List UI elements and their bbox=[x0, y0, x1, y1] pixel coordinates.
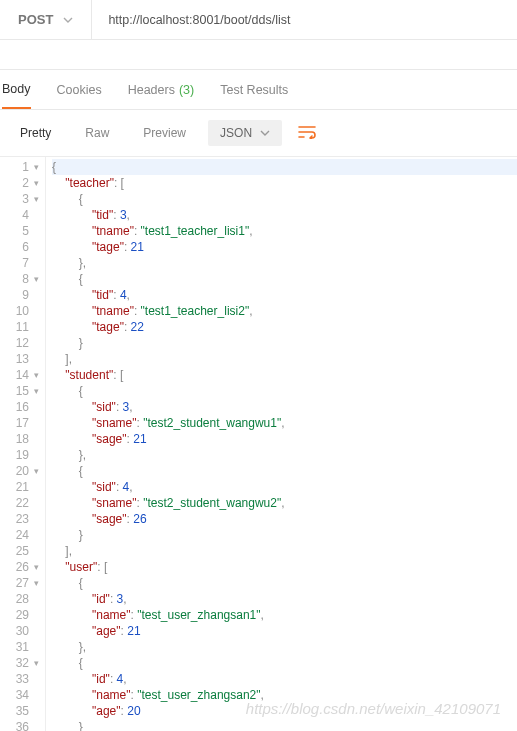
http-method-label: POST bbox=[18, 12, 53, 27]
format-label: JSON bbox=[220, 126, 252, 140]
chevron-down-icon bbox=[63, 17, 73, 23]
code-editor[interactable]: 1▾2▾3▾45678▾91011121314▾15▾1617181920▾21… bbox=[0, 157, 517, 731]
request-url-input[interactable] bbox=[92, 0, 517, 39]
tab-test-results[interactable]: Test Results bbox=[220, 70, 288, 109]
response-toolbar: Pretty Raw Preview JSON bbox=[0, 110, 517, 157]
view-preview-button[interactable]: Preview bbox=[131, 120, 198, 146]
http-method-select[interactable]: POST bbox=[0, 0, 92, 39]
headers-count: (3) bbox=[179, 83, 194, 97]
code-content: { "teacher": [ { "tid": 3, "tname": "tes… bbox=[46, 157, 517, 731]
view-pretty-button[interactable]: Pretty bbox=[8, 120, 63, 146]
chevron-down-icon bbox=[260, 130, 270, 136]
line-gutter: 1▾2▾3▾45678▾91011121314▾15▾1617181920▾21… bbox=[0, 157, 46, 731]
tab-headers[interactable]: Headers(3) bbox=[128, 70, 195, 109]
tab-cookies[interactable]: Cookies bbox=[57, 70, 102, 109]
wrap-icon bbox=[298, 125, 316, 139]
tab-body[interactable]: Body bbox=[2, 70, 31, 109]
view-raw-button[interactable]: Raw bbox=[73, 120, 121, 146]
sub-bar bbox=[0, 40, 517, 70]
request-bar: POST bbox=[0, 0, 517, 40]
response-tabs: Body Cookies Headers(3) Test Results bbox=[0, 70, 517, 110]
wrap-lines-button[interactable] bbox=[292, 122, 322, 145]
format-select[interactable]: JSON bbox=[208, 120, 282, 146]
